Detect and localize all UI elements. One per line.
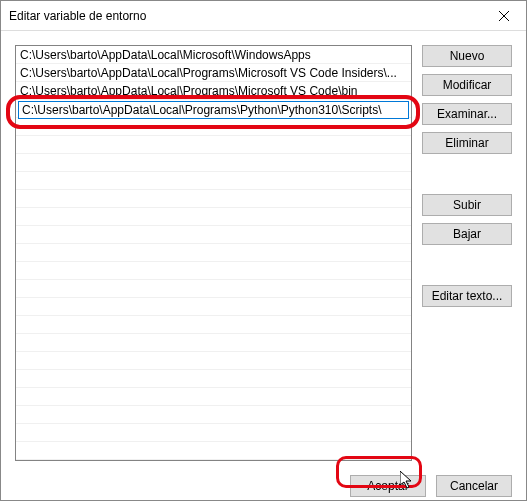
path-edit-input[interactable] — [18, 101, 409, 119]
side-button-column: Nuevo Modificar Examinar... Eliminar Sub… — [422, 45, 512, 461]
main-area: C:\Users\barto\AppData\Local\Microsoft\W… — [15, 45, 512, 461]
list-item-empty: . — [16, 118, 411, 136]
browse-button[interactable]: Examinar... — [422, 103, 512, 125]
list-item[interactable]: C:\Users\barto\AppData\Local\Programs\Mi… — [16, 64, 411, 82]
move-down-button[interactable]: Bajar — [422, 223, 512, 245]
list-item-empty: . — [16, 136, 411, 154]
dialog-content: C:\Users\barto\AppData\Local\Microsoft\W… — [1, 31, 526, 501]
list-item-empty: . — [16, 154, 411, 172]
list-item-empty: . — [16, 298, 411, 316]
list-item-empty: . — [16, 280, 411, 298]
list-item-empty: . — [16, 208, 411, 226]
close-button[interactable] — [481, 1, 526, 30]
list-item-empty: . — [16, 244, 411, 262]
list-item-empty: . — [16, 388, 411, 406]
window-title: Editar variable de entorno — [9, 9, 146, 23]
list-item-empty: . — [16, 352, 411, 370]
list-item-empty: . — [16, 172, 411, 190]
list-item-empty: . — [16, 370, 411, 388]
list-item-empty: . — [16, 316, 411, 334]
titlebar: Editar variable de entorno — [1, 1, 526, 31]
ok-button[interactable]: Aceptar — [350, 475, 426, 497]
list-item-empty: . — [16, 406, 411, 424]
close-icon — [499, 11, 509, 21]
edit-text-button[interactable]: Editar texto... — [422, 285, 512, 307]
move-up-button[interactable]: Subir — [422, 194, 512, 216]
list-item-empty: . — [16, 334, 411, 352]
delete-button[interactable]: Eliminar — [422, 132, 512, 154]
list-item-empty: . — [16, 190, 411, 208]
list-item-empty: . — [16, 424, 411, 442]
list-item-empty: . — [16, 442, 411, 460]
edit-button[interactable]: Modificar — [422, 74, 512, 96]
list-item[interactable]: C:\Users\barto\AppData\Local\Microsoft\W… — [16, 46, 411, 64]
list-item[interactable]: C:\Users\barto\AppData\Local\Programs\Mi… — [16, 82, 411, 100]
list-item-empty: . — [16, 262, 411, 280]
dialog-window: Editar variable de entorno C:\Users\bart… — [0, 0, 527, 501]
path-list[interactable]: C:\Users\barto\AppData\Local\Microsoft\W… — [15, 45, 412, 461]
list-item-empty: . — [16, 226, 411, 244]
cancel-button[interactable]: Cancelar — [436, 475, 512, 497]
new-button[interactable]: Nuevo — [422, 45, 512, 67]
bottom-bar: Aceptar Cancelar — [15, 475, 512, 497]
